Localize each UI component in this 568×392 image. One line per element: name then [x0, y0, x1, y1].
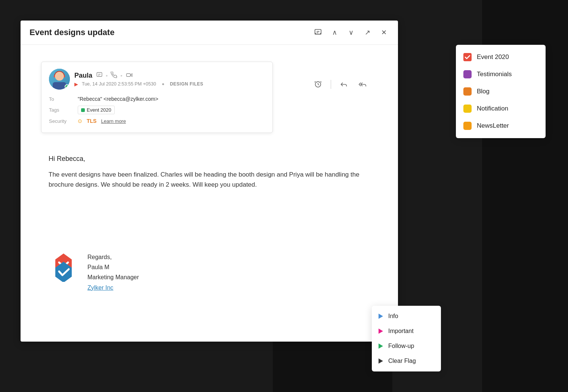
security-label: Security — [49, 118, 73, 124]
svg-line-10 — [318, 84, 319, 85]
flag-indicator: ▶ — [74, 81, 78, 87]
sig-line2: Paula M — [87, 262, 139, 272]
prev-icon[interactable]: ∧ — [329, 27, 340, 38]
tag-item-blog[interactable]: Blog — [456, 83, 546, 100]
tag-item-notification[interactable]: Notification — [456, 100, 546, 117]
sig-line3: Marketing Manager — [87, 272, 139, 282]
event-tag-badge[interactable]: Event 2020 — [78, 106, 115, 114]
tag-label: Event 2020 — [87, 107, 111, 113]
tag-name-notification: Notification — [477, 105, 508, 112]
signature-text: Regards, Paula M Marketing Manager Zylke… — [87, 252, 139, 293]
design-files-badge: DESIGN FILES — [170, 81, 203, 87]
tag-name-blog: Blog — [477, 88, 490, 95]
chat-icon[interactable] — [313, 27, 323, 38]
tag-name-newsletter: NewsLetter — [477, 122, 509, 130]
sig-line1: Regards, — [87, 252, 139, 262]
security-field-row: Security ⊙ TLS Learn more — [49, 116, 265, 126]
email-panel: Event designs update ∧ ∨ ↗ ✕ — [21, 21, 398, 342]
svg-line-11 — [315, 81, 316, 83]
sender-info: Paula • — [74, 72, 265, 87]
svg-line-12 — [320, 81, 321, 83]
flag-item-important[interactable]: Important — [372, 324, 441, 339]
flag-icon-important — [379, 329, 383, 334]
flag-label-important: Important — [388, 328, 414, 335]
tag-item-event2020[interactable]: Event 2020 — [456, 49, 546, 66]
svg-rect-3 — [97, 72, 102, 77]
dot-separator1: • — [106, 72, 108, 79]
flag-item-clearflag[interactable]: Clear Flag — [372, 354, 441, 368]
dot-separator2: • — [120, 72, 122, 79]
sender-action-icons: • • — [96, 72, 133, 80]
email-signature: Regards, Paula M Marketing Manager Zylke… — [49, 252, 139, 293]
tag-color-testimonials — [463, 70, 472, 78]
to-field-row: To "Rebecca" <rebecca@zylker.com> — [49, 94, 265, 104]
email-toolbar: Event designs update ∧ ∨ ↗ ✕ — [21, 21, 398, 45]
flag-icon-info — [379, 314, 383, 319]
flag-icon-followup — [379, 343, 383, 349]
tags-field-row: Tags Event 2020 — [49, 104, 265, 116]
email-subject: Event designs update — [30, 28, 114, 37]
email-content: The event designs have been finalized. C… — [49, 169, 370, 190]
next-icon[interactable]: ∨ — [346, 27, 356, 38]
avatar — [49, 69, 70, 90]
to-label: To — [49, 96, 73, 102]
tag-dot — [81, 108, 85, 112]
svg-rect-15 — [463, 53, 472, 61]
svg-marker-7 — [130, 74, 132, 77]
email-greeting: Hi Rebecca, — [49, 155, 370, 163]
tag-color-blog — [463, 87, 472, 96]
email-body: Hi Rebecca, The event designs have been … — [49, 155, 370, 205]
secondary-toolbar — [312, 78, 368, 90]
dot-sep — [162, 83, 164, 85]
tag-item-newsletter[interactable]: NewsLetter — [456, 117, 546, 134]
flag-label-clearflag: Clear Flag — [388, 358, 416, 364]
sender-name-row: Paula • — [74, 72, 265, 80]
close-icon[interactable]: ✕ — [379, 27, 389, 38]
expand-icon[interactable]: ↗ — [362, 27, 373, 38]
tag-color-notification — [463, 105, 472, 113]
to-value: "Rebecca" <rebecca@zylker.com> — [78, 96, 158, 102]
video-icon[interactable] — [126, 72, 133, 80]
reply-all-icon[interactable] — [356, 78, 368, 90]
company-link[interactable]: Zylker Inc — [87, 283, 139, 293]
shield-icon: ⊙ — [78, 118, 82, 124]
sender-name: Paula — [74, 72, 92, 80]
flag-dropdown: Info Important Follow-up Clear Flag — [372, 306, 441, 371]
tls-text: TLS — [87, 118, 96, 124]
reply-icon[interactable] — [338, 78, 350, 90]
flag-item-followup[interactable]: Follow-up — [372, 339, 441, 354]
tag-name-event2020: Event 2020 — [477, 53, 509, 61]
tag-color-newsletter — [463, 122, 472, 130]
message-icon[interactable] — [96, 72, 103, 80]
company-logo — [49, 252, 78, 282]
tag-item-testimonials[interactable]: Testimonials — [456, 66, 546, 83]
phone-icon[interactable] — [111, 72, 117, 80]
tag-name-testimonials: Testimonials — [477, 71, 512, 78]
flag-icon-clearflag — [379, 358, 383, 364]
flag-label-info: Info — [388, 313, 398, 320]
sender-top: Paula • — [49, 69, 265, 90]
tags-dropdown: Event 2020 Testimonials Blog Notificatio… — [456, 45, 546, 138]
flag-item-info[interactable]: Info — [372, 309, 441, 324]
tag-color-event2020 — [463, 53, 472, 61]
sender-meta: ▶ Tue, 14 Jul 2020 2:53:55 PM +0530 DESI… — [74, 81, 265, 87]
svg-rect-6 — [126, 74, 130, 77]
tags-label: Tags — [49, 107, 73, 113]
alarm-icon[interactable] — [312, 78, 324, 90]
sender-timestamp: Tue, 14 Jul 2020 2:53:55 PM +0530 — [82, 81, 156, 87]
sender-card: Paula • — [41, 62, 273, 133]
toolbar-divider — [331, 80, 331, 89]
toolbar-actions: ∧ ∨ ↗ ✕ — [313, 27, 389, 38]
flag-label-followup: Follow-up — [388, 343, 414, 349]
sender-fields: To "Rebecca" <rebecca@zylker.com> Tags E… — [49, 94, 265, 126]
learn-more-link[interactable]: Learn more — [101, 118, 126, 124]
